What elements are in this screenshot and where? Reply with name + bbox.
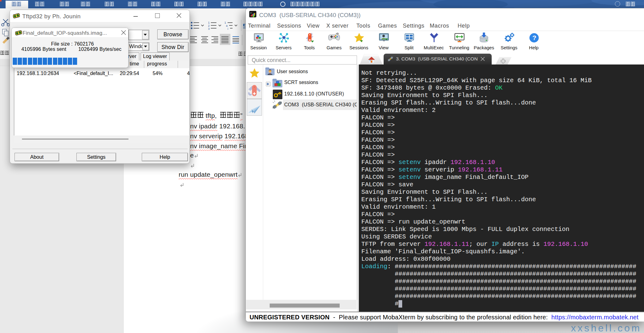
svg-text:2: 2	[208, 24, 210, 27]
svg-text:?: ?	[533, 34, 537, 41]
svg-text:1: 1	[208, 21, 210, 24]
svg-text:i: i	[228, 27, 228, 30]
svg-text:a: a	[226, 24, 228, 27]
svg-text:3: 3	[208, 27, 210, 30]
svg-text:>: >	[250, 11, 252, 14]
svg-text:1: 1	[224, 21, 226, 24]
